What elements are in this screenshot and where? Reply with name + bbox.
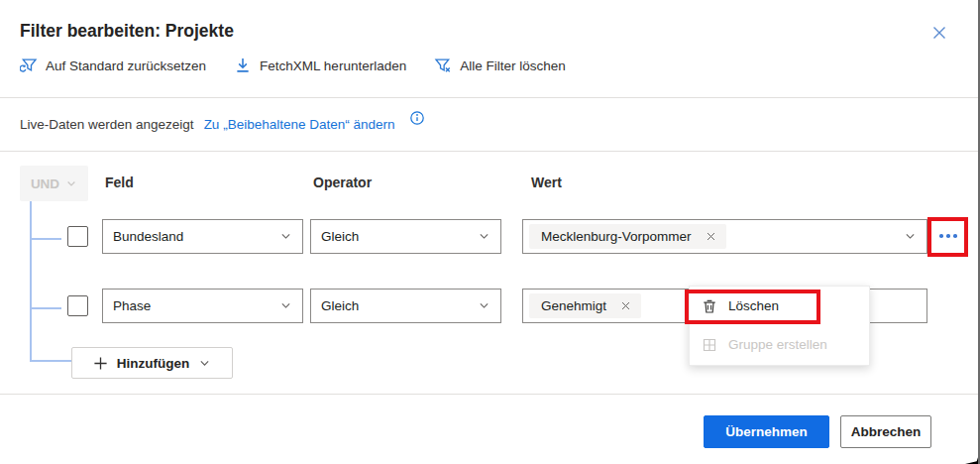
download-icon — [234, 57, 252, 74]
toolbar-item-label: Alle Filter löschen — [460, 58, 566, 73]
tree-connector-line — [30, 360, 71, 362]
toolbar-item-label: FetchXML herunterladen — [260, 58, 406, 73]
info-icon[interactable] — [409, 110, 425, 126]
chevron-down-icon — [478, 230, 490, 243]
chevron-down-icon — [904, 230, 917, 243]
row-context-menu: Löschen Gruppe erstellen — [689, 286, 870, 366]
filter-reset-icon — [20, 57, 38, 74]
tree-connector-line — [30, 238, 61, 240]
operator-dropdown-row1[interactable]: Gleich — [310, 219, 501, 254]
row-checkbox[interactable] — [67, 295, 88, 316]
group-operator-dropdown[interactable]: UND — [20, 166, 88, 201]
more-options-button[interactable] — [935, 228, 961, 244]
value-tag-label: Genehmigt — [541, 298, 606, 313]
trash-icon — [702, 298, 717, 314]
close-icon — [931, 25, 947, 41]
column-header-operator: Operator — [313, 174, 372, 190]
chevron-down-icon — [279, 299, 292, 312]
operator-dropdown-row2[interactable]: Gleich — [310, 289, 501, 323]
value-tag: Mecklenburg-Vorpommer — [529, 224, 726, 249]
field-value: Bundesland — [113, 229, 183, 244]
column-header-field: Feld — [105, 174, 134, 190]
page-title: Filter bearbeiten: Projekte — [20, 21, 234, 42]
chevron-down-icon — [478, 299, 490, 312]
value-tag: Genehmigt — [529, 293, 641, 318]
divider — [0, 151, 980, 152]
value-field-row1[interactable]: Mecklenburg-Vorpommer — [522, 219, 927, 254]
tree-connector-line — [30, 201, 32, 362]
field-dropdown-row2[interactable]: Phase — [102, 289, 303, 323]
value-tag-label: Mecklenburg-Vorpommer — [541, 229, 692, 244]
cancel-button[interactable]: Abbrechen — [840, 415, 931, 448]
apply-button[interactable]: Übernehmen — [704, 415, 829, 448]
add-condition-button[interactable]: Hinzufügen — [71, 347, 233, 379]
remove-tag-icon[interactable] — [620, 300, 631, 311]
column-header-value: Wert — [531, 174, 562, 190]
menu-item-delete[interactable]: Löschen — [690, 287, 869, 325]
change-to-retained-data-link[interactable]: Zu „Beibehaltene Daten“ ändern — [204, 117, 395, 132]
add-button-label: Hinzufügen — [117, 356, 190, 371]
group-operator-label: UND — [31, 176, 59, 191]
chevron-down-icon — [65, 177, 77, 189]
plus-icon — [93, 356, 108, 371]
reset-to-default-button[interactable]: Auf Standard zurücksetzen — [20, 57, 206, 74]
field-value: Phase — [113, 298, 151, 313]
row-checkbox[interactable] — [67, 226, 88, 247]
close-button[interactable] — [927, 21, 951, 45]
data-mode-row: Live-Daten werden angezeigt Zu „Beibehal… — [20, 116, 425, 132]
menu-item-label: Löschen — [728, 298, 779, 313]
toolbar-item-label: Auf Standard zurücksetzen — [46, 58, 206, 73]
operator-value: Gleich — [321, 298, 359, 313]
menu-item-label: Gruppe erstellen — [728, 337, 827, 352]
filter-clear-icon — [434, 57, 452, 74]
live-data-status: Live-Daten werden angezeigt — [20, 117, 194, 132]
chevron-down-icon — [198, 357, 211, 370]
more-options-icon — [939, 234, 943, 238]
tree-connector-line — [30, 307, 61, 309]
chevron-down-icon — [279, 230, 292, 243]
menu-item-create-group[interactable]: Gruppe erstellen — [690, 325, 869, 364]
download-fetchxml-button[interactable]: FetchXML herunterladen — [234, 57, 406, 74]
group-icon — [702, 337, 717, 353]
operator-value: Gleich — [321, 229, 359, 244]
edit-filter-dialog: Filter bearbeiten: Projekte Auf Standard… — [0, 0, 980, 464]
clear-all-filters-button[interactable]: Alle Filter löschen — [434, 57, 566, 74]
command-bar: Auf Standard zurücksetzen FetchXML herun… — [20, 57, 566, 74]
field-dropdown-row1[interactable]: Bundesland — [102, 219, 303, 254]
remove-tag-icon[interactable] — [706, 231, 716, 242]
divider — [0, 97, 980, 98]
divider — [0, 394, 980, 395]
